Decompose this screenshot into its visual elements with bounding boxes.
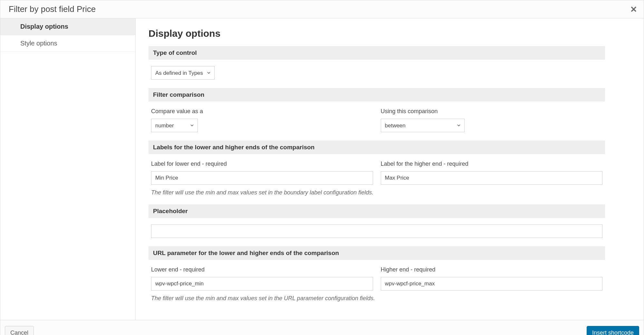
filter-dialog: Filter by post field Price ✕ Display opt… (0, 0, 644, 335)
section-header-labels: Labels for the lower and higher ends of … (149, 141, 605, 154)
url-higher-end-input[interactable] (381, 277, 603, 291)
dialog-footer: Cancel Insert shortcode (0, 320, 644, 335)
using-comparison-label: Using this comparison (381, 108, 603, 115)
main-content: Display options Type of control As defin… (136, 18, 644, 320)
section-header-placeholder: Placeholder (149, 204, 605, 218)
section-body-url-param: Lower end - required Higher end - requir… (149, 266, 605, 310)
close-icon: ✕ (630, 5, 637, 14)
compare-value-label: Compare value as a (151, 108, 373, 115)
sidebar-item-label: Display options (20, 23, 68, 30)
section-body-type-of-control: As defined in Types (149, 66, 605, 88)
dialog-header: Filter by post field Price ✕ (0, 0, 644, 18)
labels-hint: The filter will use the min and max valu… (151, 189, 602, 196)
section-header-filter-comparison: Filter comparison (149, 88, 605, 102)
section-header-type-of-control: Type of control (149, 46, 605, 60)
placeholder-input[interactable] (151, 224, 602, 238)
close-button[interactable]: ✕ (630, 5, 637, 14)
dialog-title: Filter by post field Price (9, 4, 96, 14)
label-lower-end-input[interactable] (151, 171, 373, 185)
url-lower-end-label: Lower end - required (151, 266, 373, 273)
url-higher-end-label: Higher end - required (381, 266, 603, 273)
url-lower-end-input[interactable] (151, 277, 373, 291)
section-body-filter-comparison: Compare value as a number Using this com… (149, 108, 605, 141)
label-higher-end-label: Label for the higher end - required (381, 161, 603, 167)
sidebar-item-style-options[interactable]: Style options (0, 35, 135, 52)
cancel-button[interactable]: Cancel (5, 326, 34, 335)
section-header-url-param: URL parameter for the lower and higher e… (149, 246, 605, 260)
sidebar-item-label: Style options (20, 40, 57, 47)
section-body-placeholder (149, 224, 605, 246)
type-of-control-select[interactable]: As defined in Types (151, 66, 215, 80)
url-param-hint: The filter will use the min and max valu… (151, 295, 602, 302)
sidebar-item-display-options[interactable]: Display options (0, 18, 135, 35)
using-comparison-select[interactable]: between (381, 119, 465, 132)
label-lower-end-label: Label for lower end - required (151, 161, 373, 167)
dialog-body: Display options Style options Display op… (0, 18, 644, 320)
label-higher-end-input[interactable] (381, 171, 603, 185)
sidebar: Display options Style options (0, 18, 136, 320)
compare-value-select[interactable]: number (151, 119, 198, 132)
page-heading: Display options (149, 28, 605, 39)
insert-shortcode-button[interactable]: Insert shortcode (587, 326, 639, 335)
section-body-labels: Label for lower end - required Label for… (149, 161, 605, 204)
